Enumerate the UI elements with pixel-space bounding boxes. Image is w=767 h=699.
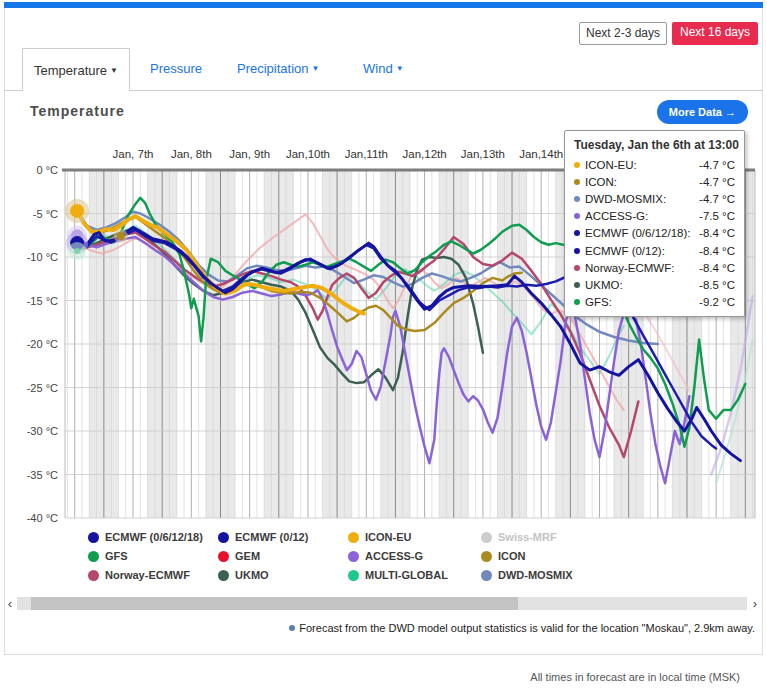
- legend-item-gem[interactable]: GEM: [218, 550, 348, 562]
- tab-wind-label: Wind: [363, 61, 393, 76]
- series-dot-icon: [574, 213, 580, 219]
- dwd-note: Forecast from the DWD model output stati…: [289, 622, 755, 634]
- next-2-3-days-button[interactable]: Next 2-3 days: [579, 22, 667, 45]
- legend-label: DWD-MOSMIX: [498, 569, 573, 581]
- legend-label: UKMO: [235, 569, 269, 581]
- legend-dot-icon: [481, 551, 492, 562]
- tab-precipitation[interactable]: Precipitation▼: [237, 48, 319, 90]
- tab-pressure[interactable]: Pressure: [150, 48, 202, 90]
- tab-precipitation-label: Precipitation: [237, 61, 309, 76]
- legend-label: Norway-ECMWF: [105, 569, 190, 581]
- legend-item-ukmo[interactable]: UKMO: [218, 569, 348, 581]
- chart-scrollbar: ‹ ›: [4, 596, 763, 612]
- tooltip-model-value: -9.2 °C: [699, 296, 735, 308]
- x-axis-label: Jan,14th: [519, 148, 563, 160]
- tooltip-model-value: -7.5 °C: [699, 210, 735, 222]
- tab-wind[interactable]: Wind▼: [363, 48, 404, 90]
- legend-dot-icon: [481, 532, 492, 543]
- tooltip-model-label: GFS:: [585, 296, 699, 308]
- scrollbar-track[interactable]: [17, 597, 747, 610]
- legend-item-dwd-mosmix[interactable]: DWD-MOSMIX: [481, 569, 631, 581]
- legend-item-swiss-mrf[interactable]: Swiss-MRF: [481, 531, 631, 543]
- tooltip-model-label: UKMO:: [585, 279, 699, 291]
- tooltip-row: ECMWF (0/12):-8.4 °C: [574, 242, 735, 259]
- x-axis-label: Jan,12th: [403, 148, 447, 160]
- tooltip-model-value: -8.4 °C: [699, 227, 735, 239]
- tooltip-model-label: ICON:: [585, 176, 699, 188]
- y-axis-label: 0 °C: [36, 164, 58, 176]
- series-dot-icon: [574, 248, 580, 254]
- tooltip-row: UKMO:-8.5 °C: [574, 276, 735, 293]
- chevron-down-icon: ▼: [312, 64, 320, 73]
- tooltip-model-label: Norway-ECMWF:: [585, 262, 699, 274]
- more-data-button[interactable]: More Data →: [657, 100, 748, 124]
- tab-temperature[interactable]: Temperature▼: [22, 48, 130, 91]
- legend-label: ICON: [498, 550, 526, 562]
- series-dot-icon: [574, 162, 580, 168]
- x-axis-label: Jan, 9th: [229, 148, 270, 160]
- y-axis-label: -35 °C: [27, 469, 58, 481]
- legend-label: ICON-EU: [365, 531, 411, 543]
- next-16-days-button[interactable]: Next 16 days: [672, 22, 758, 45]
- scrollbar-thumb[interactable]: [31, 597, 518, 610]
- legend-dot-icon: [88, 532, 99, 543]
- x-axis-label: Jan,10th: [286, 148, 330, 160]
- x-axis-label: Jan,11th: [345, 148, 388, 160]
- legend-label: ECMWF (0/12): [235, 531, 308, 543]
- chart-legend: ECMWF (0/6/12/18)ECMWF (0/12)ICON-EUSwis…: [88, 531, 688, 581]
- legend-label: ECMWF (0/6/12/18): [105, 531, 203, 543]
- legend-label: GEM: [235, 550, 260, 562]
- dwd-note-text: Forecast from the DWD model output stati…: [299, 622, 755, 634]
- tooltip-row: GFS:-9.2 °C: [574, 294, 735, 311]
- icon-point: [117, 232, 125, 240]
- tooltip-model-label: ACCESS-G:: [585, 210, 699, 222]
- legend-dot-icon: [348, 551, 359, 562]
- legend-item-gfs[interactable]: GFS: [88, 550, 218, 562]
- tooltip-model-value: -8.4 °C: [699, 245, 735, 257]
- scroll-left-arrow-icon[interactable]: ‹: [4, 596, 16, 612]
- tooltip-model-value: -8.5 °C: [699, 279, 735, 291]
- series-dot-icon: [574, 282, 580, 288]
- tooltip-row: ECMWF (0/6/12/18):-8.4 °C: [574, 225, 735, 242]
- legend-dot-icon: [218, 551, 229, 562]
- tooltip-row: ICON:-4.7 °C: [574, 173, 735, 190]
- tooltip-row: DWD-MOSMIX:-4.7 °C: [574, 190, 735, 207]
- legend-item-norway-ecmwf[interactable]: Norway-ECMWF: [88, 569, 218, 581]
- x-axis-label: Jan,13th: [461, 148, 505, 160]
- legend-dot-icon: [348, 532, 359, 543]
- legend-item-icon-eu[interactable]: ICON-EU: [348, 531, 481, 543]
- series-dot-icon: [574, 265, 580, 271]
- legend-label: MULTI-GLOBAL: [365, 569, 448, 581]
- legend-item-multi-global[interactable]: MULTI-GLOBAL: [348, 569, 481, 581]
- tab-pressure-label: Pressure: [150, 61, 202, 76]
- scroll-right-arrow-icon[interactable]: ›: [749, 596, 761, 612]
- tooltip-row: Norway-ECMWF:-8.4 °C: [574, 259, 735, 276]
- y-axis-label: -30 °C: [27, 425, 58, 437]
- tooltip-title: Tuesday, Jan the 6th at 13:00: [574, 138, 735, 152]
- y-axis-label: -10 °C: [27, 251, 58, 263]
- series-dot-icon: [574, 179, 580, 185]
- timezone-note: All times in forecast are in local time …: [530, 671, 740, 683]
- tooltip-model-value: -4.7 °C: [699, 193, 735, 205]
- chevron-down-icon: ▼: [396, 64, 404, 73]
- legend-item-icon[interactable]: ICON: [481, 550, 631, 562]
- legend-dot-icon: [88, 551, 99, 562]
- tooltip-model-label: DWD-MOSMIX:: [585, 193, 699, 205]
- legend-item-ecmwf-0-12-[interactable]: ECMWF (0/12): [218, 531, 348, 543]
- legend-item-access-g[interactable]: ACCESS-G: [348, 550, 481, 562]
- bullet-dot-icon: [289, 625, 295, 631]
- tooltip-model-label: ECMWF (0/12):: [585, 245, 699, 257]
- legend-label: GFS: [105, 550, 128, 562]
- tooltip-model-value: -4.7 °C: [699, 176, 735, 188]
- legend-dot-icon: [88, 570, 99, 581]
- tooltip-row: ICON-EU:-4.7 °C: [574, 156, 735, 173]
- tooltip-model-label: ECMWF (0/6/12/18):: [585, 227, 699, 239]
- legend-label: ACCESS-G: [365, 550, 423, 562]
- series-dot-icon: [574, 230, 580, 236]
- icon-eu-current: [70, 204, 84, 218]
- legend-item-ecmwf-0-6-12-18-[interactable]: ECMWF (0/6/12/18): [88, 531, 218, 543]
- gfs-current: [74, 248, 80, 254]
- tooltip-model-label: ICON-EU:: [585, 159, 699, 171]
- series-dot-icon: [574, 196, 580, 202]
- x-axis-label: Jan, 7th: [113, 148, 154, 160]
